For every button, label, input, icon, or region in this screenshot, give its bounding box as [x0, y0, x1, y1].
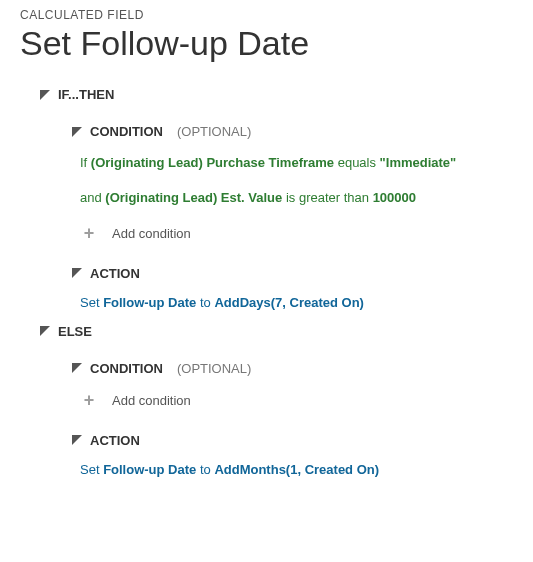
svg-marker-2 [72, 268, 82, 278]
collapse-toggle-else-action[interactable] [72, 435, 82, 445]
condition-value: "Immediate" [380, 155, 457, 170]
action-mid: to [196, 295, 214, 310]
add-condition-label: Add condition [112, 393, 191, 408]
action-func: AddDays(7, Created On) [214, 295, 364, 310]
condition-header: CONDITION [90, 124, 163, 139]
condition-operator: equals [334, 155, 380, 170]
svg-marker-0 [40, 90, 50, 100]
eyebrow-label: CALCULATED FIELD [20, 8, 513, 22]
condition-field: (Originating Lead) Purchase Timeframe [91, 155, 334, 170]
collapse-toggle-else[interactable] [40, 326, 50, 336]
svg-marker-5 [72, 435, 82, 445]
svg-marker-4 [72, 363, 82, 373]
collapse-toggle-else-condition[interactable] [72, 363, 82, 373]
action-func: AddMonths(1, Created On) [214, 462, 379, 477]
action-field: Follow-up Date [103, 462, 196, 477]
action-header: ACTION [90, 433, 140, 448]
action-prefix: Set [80, 295, 103, 310]
condition-field: (Originating Lead) Est. Value [105, 190, 282, 205]
action-field: Follow-up Date [103, 295, 196, 310]
collapse-toggle-if[interactable] [40, 90, 50, 100]
action-header: ACTION [90, 266, 140, 281]
plus-icon: + [80, 390, 98, 411]
add-condition-button-else[interactable]: + Add condition [20, 390, 513, 411]
plus-icon: + [80, 223, 98, 244]
condition-value: 100000 [373, 190, 416, 205]
if-then-header: IF...THEN [58, 87, 114, 102]
add-condition-button-if[interactable]: + Add condition [20, 223, 513, 244]
condition-line-2[interactable]: and (Originating Lead) Est. Value is gre… [20, 188, 513, 209]
action-prefix: Set [80, 462, 103, 477]
condition-header: CONDITION [90, 361, 163, 376]
action-line-else[interactable]: Set Follow-up Date to AddMonths(1, Creat… [20, 462, 513, 477]
action-mid: to [196, 462, 214, 477]
collapse-toggle-if-action[interactable] [72, 268, 82, 278]
optional-label: (OPTIONAL) [177, 361, 251, 376]
condition-prefix: and [80, 190, 105, 205]
svg-marker-1 [72, 127, 82, 137]
page-title: Set Follow-up Date [20, 24, 513, 63]
action-line-if[interactable]: Set Follow-up Date to AddDays(7, Created… [20, 295, 513, 310]
add-condition-label: Add condition [112, 226, 191, 241]
condition-prefix: If [80, 155, 91, 170]
optional-label: (OPTIONAL) [177, 124, 251, 139]
condition-line-1[interactable]: If (Originating Lead) Purchase Timeframe… [20, 153, 513, 174]
svg-marker-3 [40, 326, 50, 336]
else-header: ELSE [58, 324, 92, 339]
condition-operator: is greater than [282, 190, 372, 205]
collapse-toggle-if-condition[interactable] [72, 127, 82, 137]
